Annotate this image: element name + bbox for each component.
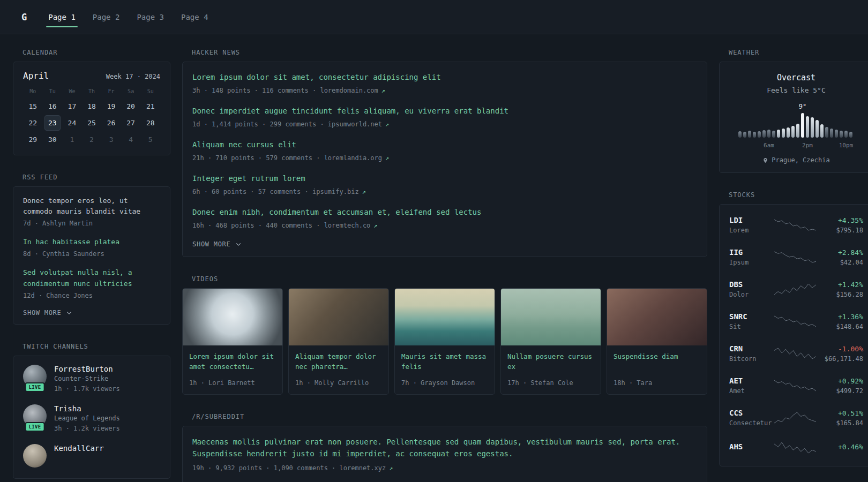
calendar-day: 28 [143,115,159,131]
external-link-icon[interactable]: ↗ [385,154,389,162]
external-link-icon[interactable]: ↗ [373,222,377,229]
hn-show-more-button[interactable]: SHOW MORE [192,240,697,248]
channel-name[interactable]: KendallCarr [54,444,104,453]
tab-page-1[interactable]: Page 1 [40,0,84,34]
video-card[interactable]: Nullam posuere cursus ex 17h · Stefan Co… [500,288,601,395]
video-body: Nullam posuere cursus ex 17h · Stefan Co… [501,345,601,394]
stock-change: +0.46% [816,443,863,451]
hn-item-meta: 1d · 1,414 points · 299 comments · ipsum… [192,119,697,129]
weather-location[interactable]: Prague, Czechia [772,156,829,164]
calendar-grid: 1516171819202122232425262728293012345 [23,99,160,147]
stock-sparkline [774,314,816,328]
twitch-channel[interactable]: LIVE Trisha League of Legends 3h · 1.2k … [23,404,160,433]
video-title[interactable]: Mauris sit amet massa felis [401,351,488,373]
external-link-icon[interactable]: ↗ [362,188,366,195]
section-title-hacker-news: HACKER NEWS [192,49,707,56]
tab-page-4[interactable]: Page 4 [173,0,217,34]
calendar-day: 22 [25,115,41,131]
calendar-day: 16 [44,99,61,114]
stock-row[interactable]: SNRC Sit +1.36% $148.64 [729,305,863,337]
channel-category[interactable]: Counter-Strike [54,375,120,382]
video-thumbnail[interactable] [183,289,282,345]
video-title[interactable]: Suspendisse diam [613,351,700,373]
weather-bar [782,129,785,138]
rss-item-title[interactable]: In hac habitasse platea [23,237,160,247]
hn-item: Integer eget rutrum lorem 6h · 60 points… [192,173,697,197]
app-logo[interactable]: G [21,12,27,22]
tab-page-3[interactable]: Page 3 [128,0,173,34]
hn-item-title[interactable]: Donec imperdiet augue tincidunt felis al… [192,106,697,117]
video-card[interactable]: Suspendisse diam 18h · Tara [607,288,707,395]
video-card[interactable]: Lorem ipsum dolor sit amet consectetu… 1… [182,288,283,395]
channel-viewers: 3h · 1.2k viewers [54,424,120,433]
calendar-dow-label: Fr [108,88,115,94]
stock-identity: AET Amet [729,376,774,395]
stock-row[interactable]: IIG Ipsum +2.84% $42.04 [729,241,863,273]
stock-identity: AHS [729,442,774,453]
stock-row[interactable]: AHS +0.46% [729,434,863,462]
channel-name[interactable]: Trisha [54,404,120,413]
video-thumbnail[interactable] [607,289,707,345]
hn-item-title[interactable]: Aliquam nec cursus elit [192,139,697,150]
subreddit-post-title[interactable]: Maecenas mollis pulvinar erat non posuer… [192,436,697,460]
video-card[interactable]: Mauris sit amet massa felis 7h · Grayson… [394,288,495,395]
video-title[interactable]: Aliquam tempor dolor nec pharetra… [295,351,382,373]
stocks-section: STOCKS LDI Lorem +4.35% $795.18 IIG [719,191,868,466]
stock-price: $148.64 [816,323,863,330]
stock-row[interactable]: CRN Bitcorn -1.00% $66,171.48 [729,337,863,370]
video-title[interactable]: Lorem ipsum dolor sit amet consectetu… [189,351,276,373]
videos-section: VIDEOS Lorem ipsum dolor sit amet consec… [182,275,707,395]
rss-item-title[interactable]: Donec tempor eros leo, ut commodo mauris… [23,195,160,217]
stock-identity: SNRC Sit [729,312,774,330]
stock-sparkline [774,411,816,425]
twitch-channel[interactable]: LIVE ForrestBurton Counter-Strike 1h · 1… [23,365,160,394]
twitch-section: TWITCH CHANNELS LIVE ForrestBurton Count… [13,343,170,479]
rss-item-title[interactable]: Sed volutpat nulla nisl, a condimentum n… [23,267,160,289]
channel-viewers: 1h · 1.7k viewers [54,384,120,394]
stocks-widget: LDI Lorem +4.35% $795.18 IIG Ipsum [719,204,868,466]
video-body: Mauris sit amet massa felis 7h · Grayson… [395,345,495,394]
channel-name[interactable]: ForrestBurton [54,365,120,373]
stock-name: Ipsum [729,259,774,266]
tab-page-2[interactable]: Page 2 [84,0,129,34]
hn-item-title[interactable]: Lorem ipsum dolor sit amet, consectetur … [192,72,697,83]
stock-name: Lorem [729,227,774,234]
stock-change: +1.36% [816,313,863,321]
stock-row[interactable]: LDI Lorem +4.35% $795.18 [729,209,863,241]
calendar-day: 27 [123,115,139,131]
stock-symbol: CCS [729,409,774,417]
stock-sparkline [774,347,816,360]
external-link-icon[interactable]: ↗ [389,464,393,472]
stock-row[interactable]: AET Amet +0.92% $499.72 [729,370,863,402]
video-thumbnail[interactable] [289,289,388,345]
hacker-news-section: HACKER NEWS Lorem ipsum dolor sit amet, … [182,49,707,257]
hn-item-title[interactable]: Donec enim nibh, condimentum et accumsan… [192,207,697,218]
channel-info: ForrestBurton Counter-Strike 1h · 1.7k v… [54,365,120,394]
calendar-day: 3 [103,132,119,147]
rss-item-meta: 12d · Chance Jones [23,291,160,300]
calendar-dow-label: We [69,88,75,94]
hn-item-title[interactable]: Integer eget rutrum lorem [192,173,697,184]
stock-price: $165.84 [816,419,863,427]
video-card[interactable]: Aliquam tempor dolor nec pharetra… 1h · … [288,288,389,395]
chevron-down-icon [66,310,72,316]
stock-row[interactable]: DBS Dolor +1.42% $156.28 [729,273,863,305]
calendar-day: 26 [103,115,119,131]
external-link-icon[interactable]: ↗ [385,120,389,128]
subreddit-post-meta: 19h · 9,932 points · 1,090 comments · lo… [192,463,697,473]
stock-name: Consectetur [729,419,774,427]
stock-row[interactable]: CCS Consectetur +0.51% $165.84 [729,402,863,434]
weather-bar [820,124,824,138]
twitch-channel[interactable]: KendallCarr [23,444,160,468]
rss-show-more-button[interactable]: SHOW MORE [23,309,160,317]
external-link-icon[interactable]: ↗ [381,87,385,94]
video-thumbnail[interactable] [501,289,601,345]
chevron-down-icon [235,241,242,247]
channel-category[interactable]: League of Legends [54,415,120,422]
video-thumbnail[interactable] [395,289,495,345]
hn-meta-text: 3h · 148 points · 116 comments · loremdo… [192,87,378,94]
calendar-day: 18 [84,99,100,114]
video-meta: 17h · Stefan Cole [507,378,594,388]
video-title[interactable]: Nullam posuere cursus ex [507,351,594,373]
section-title-rss: RSS FEED [23,174,170,181]
